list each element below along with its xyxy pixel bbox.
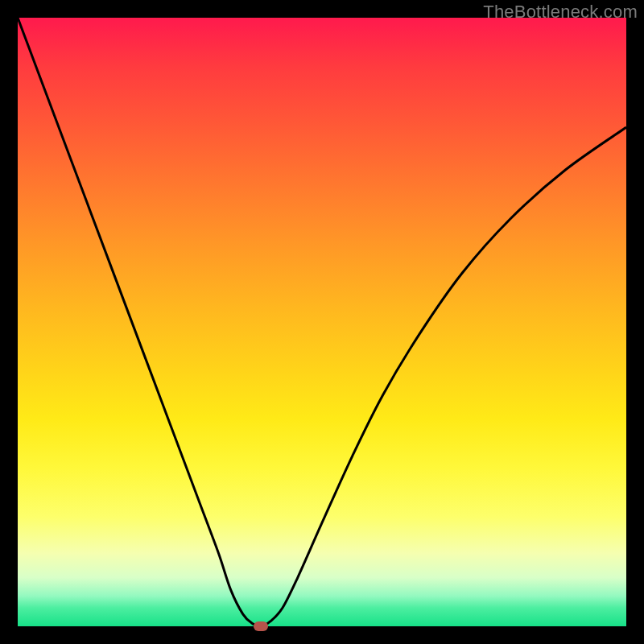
watermark-text: TheBottleneck.com xyxy=(483,2,638,23)
plot-area xyxy=(18,18,626,626)
bottleneck-curve xyxy=(18,18,626,626)
optimum-marker xyxy=(254,621,268,631)
curve-path xyxy=(18,18,626,626)
chart-frame: TheBottleneck.com xyxy=(0,0,644,644)
